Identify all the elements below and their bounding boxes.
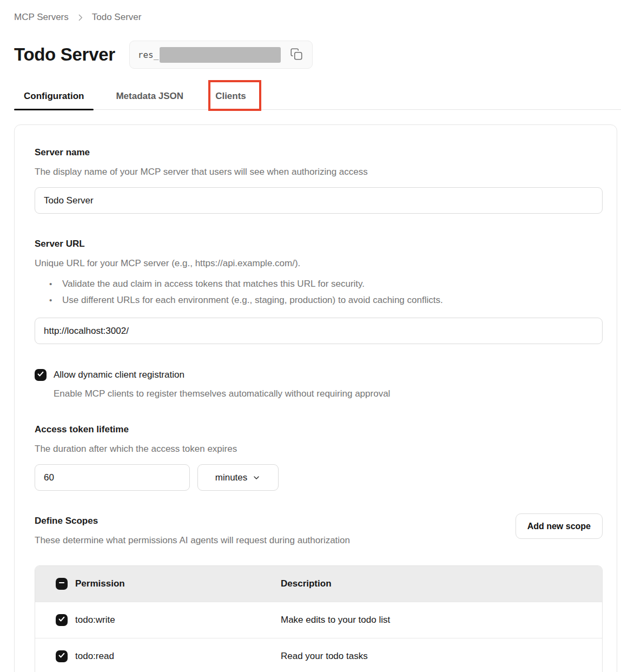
select-all-checkbox[interactable] [56,578,68,590]
breadcrumb-todo-server: Todo Server [92,12,142,23]
scope-description: Read your todo tasks [281,651,368,662]
server-url-input[interactable] [35,318,603,344]
chevron-down-icon [252,473,261,482]
tab-metadata-json[interactable]: Metadata JSON [106,83,193,109]
copy-icon [289,47,303,63]
configuration-card: Server name The display name of your MCP… [14,124,617,672]
server-url-description: Unique URL for your MCP server (e.g., ht… [35,258,603,269]
column-header-description: Description [281,578,332,589]
dynamic-registration-description: Enable MCP clients to register themselve… [54,388,603,399]
table-row: todo:read Read your todo tasks [35,638,602,672]
mcp-server-config-page: MCP Servers Todo Server Todo Server res_… [0,0,621,672]
scope-permission: todo:read [75,651,114,662]
copy-button[interactable] [287,45,306,65]
scope-checkbox-todo-read[interactable] [56,650,68,662]
server-name-section: Server name The display name of your MCP… [35,147,603,214]
token-lifetime-label: Access token lifetime [35,424,603,435]
server-name-label: Server name [35,147,603,158]
token-lifetime-unit-select[interactable]: minutes [197,464,279,491]
checkmark-icon [58,651,65,662]
server-name-input[interactable] [35,187,603,214]
breadcrumb: MCP Servers Todo Server [14,12,621,23]
server-url-bullet-list: Validate the aud claim in access tokens … [35,276,603,308]
scope-checkbox-todo-write[interactable] [56,614,68,626]
tab-configuration[interactable]: Configuration [14,83,94,109]
chevron-right-icon [76,13,85,22]
dynamic-registration-section: Allow dynamic client registration Enable… [35,369,603,399]
dynamic-registration-label[interactable]: Allow dynamic client registration [54,370,184,380]
resource-id-redacted [160,47,281,63]
server-name-description: The display name of your MCP server that… [35,166,603,178]
add-new-scope-button[interactable]: Add new scope [516,513,603,539]
scope-description: Make edits to your todo list [281,615,390,625]
server-url-bullet: Validate the aud claim in access tokens … [62,276,603,292]
token-lifetime-input[interactable] [35,464,190,491]
server-url-label: Server URL [35,239,603,249]
server-url-section: Server URL Unique URL for your MCP serve… [35,239,603,344]
checkmark-icon [58,615,65,625]
tab-bar: Configuration Metadata JSON Clients [14,83,621,110]
checkmark-icon [37,370,44,380]
tab-clients[interactable]: Clients [206,83,256,109]
breadcrumb-mcp-servers[interactable]: MCP Servers [14,12,69,23]
define-scopes-section: Define Scopes These determine what permi… [35,516,603,672]
column-header-permission: Permission [75,578,125,589]
server-url-bullet: Use different URLs for each environment … [62,292,603,308]
scopes-table: Permission Description todo:write Make e… [35,565,603,672]
indeterminate-minus-icon [58,578,65,589]
token-lifetime-section: Access token lifetime The duration after… [35,424,603,491]
dynamic-registration-checkbox[interactable] [35,369,47,381]
token-lifetime-unit-value: minutes [215,472,248,483]
resource-id-badge: res_ [129,41,313,69]
page-header: Todo Server res_ [14,41,621,69]
scope-permission: todo:write [75,615,115,625]
table-row: todo:write Make edits to your todo list [35,602,602,638]
resource-id-prefix: res_ [138,50,159,60]
scopes-table-header: Permission Description [35,566,602,602]
tab-clients-label: Clients [215,91,246,102]
page-title: Todo Server [14,44,115,65]
token-lifetime-description: The duration after which the access toke… [35,443,603,455]
